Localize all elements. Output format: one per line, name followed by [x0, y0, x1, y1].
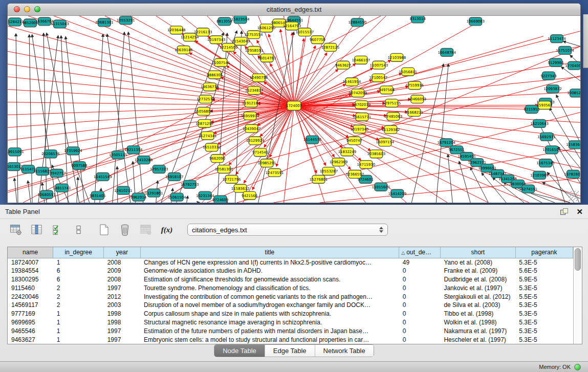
graph-node[interactable]: 9421566: [242, 191, 257, 200]
graph-node[interactable]: 12473591: [266, 169, 284, 177]
graph-node[interactable]: 15056811: [399, 68, 418, 76]
table-cell[interactable]: 0: [399, 283, 441, 292]
graph-node[interactable]: 9724609: [212, 195, 228, 203]
graph-node[interactable]: 9497568: [379, 86, 395, 94]
graph-node[interactable]: 10466093: [408, 95, 427, 103]
close-window-button[interactable]: [14, 6, 20, 12]
graph-node[interactable]: 15692971: [537, 133, 556, 141]
table-row[interactable]: 911546021997Tourette syndrome. Phenomeno…: [8, 283, 573, 292]
graph-node[interactable]: 15615771: [353, 113, 372, 121]
graph-node[interactable]: 11461954: [343, 78, 361, 86]
graph-node[interactable]: 14811741: [53, 184, 71, 192]
table-cell[interactable]: 1997: [104, 283, 140, 292]
table-cell[interactable]: 2: [53, 301, 104, 310]
table-cell[interactable]: 14569117: [8, 301, 53, 310]
table-cell[interactable]: 9115460: [8, 283, 53, 292]
graph-node[interactable]: 10680551: [37, 190, 56, 199]
table-cell[interactable]: 2012: [104, 292, 140, 301]
zoom-window-button[interactable]: [34, 6, 40, 12]
graph-node[interactable]: 15414209: [388, 189, 407, 198]
graph-node[interactable]: 16210643: [530, 119, 549, 127]
column-header-title[interactable]: title: [140, 247, 399, 258]
table-cell[interactable]: 0: [399, 267, 441, 275]
graph-node[interactable]: 15144576: [303, 136, 322, 144]
graph-node[interactable]: 10553291: [117, 16, 135, 25]
tab-node-table[interactable]: Node Table: [214, 345, 265, 357]
selection-mode-icon[interactable]: [51, 223, 64, 236]
graph-node[interactable]: 1593561: [537, 101, 553, 110]
graph-node[interactable]: 12872125: [321, 43, 340, 52]
graph-node[interactable]: 10197343: [207, 36, 226, 44]
graph-node[interactable]: 17359924: [64, 147, 82, 155]
table-row[interactable]: 946554611997Estimation of the future num…: [8, 326, 573, 335]
graph-node[interactable]: 19915091: [8, 148, 24, 156]
graph-node[interactable]: 11007541: [212, 58, 230, 67]
table-cell[interactable]: 1: [53, 335, 104, 344]
graph-node[interactable]: 11291801: [145, 189, 163, 197]
graph-node[interactable]: 10085291: [567, 89, 580, 97]
minimize-window-button[interactable]: [24, 6, 30, 12]
graph-node[interactable]: 8313014: [410, 16, 426, 23]
graph-node[interactable]: 10197340: [351, 125, 369, 133]
table-cell[interactable]: 2008: [104, 275, 140, 284]
table-cell[interactable]: Genome-wide association studies in ADHD.: [140, 267, 399, 275]
column-header-out_de[interactable]: △out_de…: [399, 247, 441, 258]
table-row[interactable]: 946362711997Embryonic stem cells: a mode…: [8, 335, 573, 344]
table-row[interactable]: 1938455462009Genome-wide association stu…: [8, 267, 573, 275]
table-cell[interactable]: Wolkin et al. (1998): [440, 318, 515, 327]
graph-node[interactable]: 12410288: [135, 156, 153, 164]
graph-node[interactable]: 11315043: [51, 20, 69, 28]
table-settings-icon[interactable]: [9, 223, 23, 236]
column-header-pagerank[interactable]: pagerank: [515, 247, 573, 258]
graph-node[interactable]: 11912187: [242, 99, 260, 107]
table-row[interactable]: 1872400712008Changes of HCN gene express…: [8, 258, 573, 267]
table-cell[interactable]: 18300295: [8, 275, 53, 284]
scrollbar-thumb[interactable]: [575, 248, 581, 271]
graph-node[interactable]: 12753554: [245, 31, 263, 39]
table-cell[interactable]: Embryonic stem cells: a model to study s…: [140, 335, 399, 344]
table-cell[interactable]: 9777169: [8, 310, 53, 318]
graph-node[interactable]: 12366597: [346, 170, 364, 179]
table-row[interactable]: 977716911998Corpus callosum shape and si…: [8, 310, 573, 318]
graph-node[interactable]: 15823504: [231, 16, 250, 24]
graph-node[interactable]: 12103988: [388, 53, 406, 61]
table-cell[interactable]: Jankovic et al. (1997): [440, 283, 515, 292]
table-cell[interactable]: 1: [53, 310, 104, 318]
graph-node[interactable]: 10639146: [175, 46, 193, 54]
graph-node[interactable]: 9463627: [335, 61, 351, 69]
graph-node[interactable]: 9129966: [548, 58, 564, 67]
table-cell[interactable]: 5.3E-5: [515, 310, 573, 318]
column-header-name[interactable]: name: [8, 247, 53, 258]
graph-node[interactable]: 12216133: [194, 28, 212, 36]
table-cell[interactable]: 5.5E-5: [515, 292, 573, 301]
network-canvas[interactable]: 1528421198520011636670411315043206813011…: [8, 16, 580, 203]
graph-node[interactable]: 20681301: [95, 18, 114, 27]
graph-node[interactable]: 10742099: [349, 89, 367, 97]
graph-node[interactable]: 17559916: [406, 81, 424, 90]
table-cell[interactable]: 49: [399, 258, 441, 267]
window-titlebar[interactable]: citations_edges.txt: [8, 4, 580, 16]
graph-node[interactable]: 11015601: [372, 183, 390, 191]
tab-network-table[interactable]: Network Table: [315, 345, 374, 357]
table-cell[interactable]: 1997: [104, 335, 140, 344]
delete-column-icon[interactable]: [118, 223, 132, 236]
table-cell[interactable]: 6: [53, 275, 104, 284]
graph-node[interactable]: 11675345: [536, 159, 555, 167]
window-resize-grip[interactable]: [569, 191, 579, 201]
graph-node[interactable]: 13942757: [48, 169, 66, 178]
column-header-year[interactable]: year: [104, 247, 140, 258]
table-row[interactable]: 1456911722003Disruption of a novel membe…: [8, 301, 573, 310]
graph-node[interactable]: 9607759: [310, 36, 325, 44]
graph-node[interactable]: 15284211: [8, 18, 24, 26]
table-cell[interactable]: 5.3E-5: [515, 283, 573, 292]
graph-node[interactable]: 12732572: [197, 95, 215, 103]
table-cell[interactable]: 5.3E-5: [515, 318, 573, 327]
table-cell[interactable]: Franke et al. (2009): [440, 267, 515, 275]
table-cell[interactable]: 1998: [104, 310, 140, 318]
column-header-in_degree[interactable]: in_degree: [53, 247, 104, 258]
table-cell[interactable]: Tourette syndrome. Phenomenology and cla…: [140, 283, 399, 292]
table-cell[interactable]: Estimation of significance thresholds fo…: [140, 275, 399, 284]
graph-node[interactable]: 20206576: [41, 150, 60, 158]
graph-node[interactable]: 17485063: [384, 112, 403, 120]
graph-node[interactable]: 12093872: [543, 85, 562, 93]
